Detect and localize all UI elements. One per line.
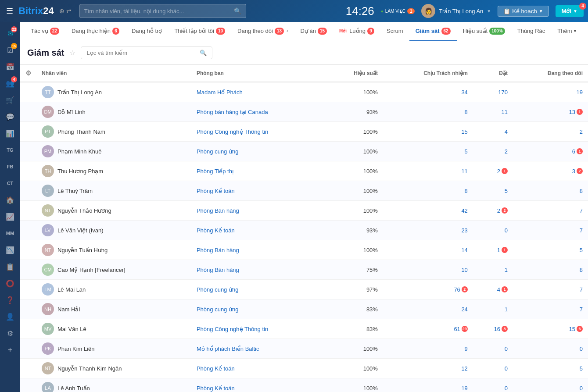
sidebar-item-profile[interactable]: 👤 bbox=[2, 309, 18, 324]
dept-link[interactable]: Phòng bán hàng tại Canada bbox=[197, 109, 268, 115]
sidebar-item-home[interactable]: 🏠 bbox=[2, 192, 18, 208]
table-row[interactable]: NT Nguyễn Thanh Kim Ngân Phòng Kế toán 1… bbox=[20, 359, 588, 378]
tab-support[interactable]: Đang hỗ trợ bbox=[125, 22, 168, 41]
perf-value: 100% bbox=[363, 346, 378, 352]
perf-cell: 83% bbox=[326, 319, 383, 339]
dept-cell[interactable]: Phòng Kế toán bbox=[191, 359, 326, 378]
sidebar-item-settings[interactable]: ⚙ bbox=[2, 325, 18, 341]
dept-link[interactable]: Mỏ hổ phách Biển Baltic bbox=[197, 346, 259, 352]
sidebar-item-fb[interactable]: FB bbox=[2, 159, 18, 175]
tab-scrum[interactable]: Scrum bbox=[380, 22, 409, 41]
new-button[interactable]: Mới 4 ▼ bbox=[556, 5, 584, 17]
table-row[interactable]: NT Nguyễn Tuấn Hưng Phòng Bán hàng 100% … bbox=[20, 240, 588, 260]
dept-cell[interactable]: Phòng cung ứng bbox=[191, 299, 326, 319]
table-row[interactable]: PT Phùng Thanh Nam Phòng Công nghệ Thông… bbox=[20, 122, 588, 142]
hamburger-icon[interactable]: ☰ bbox=[4, 4, 15, 18]
filter-search-bar[interactable]: 🔍 bbox=[81, 46, 212, 59]
dept-cell[interactable]: Phòng Kế toán bbox=[191, 378, 326, 392]
table-row[interactable]: MV Mai Văn Lê Phòng Công nghệ Thông tin … bbox=[20, 319, 588, 339]
dept-cell[interactable]: Phòng Bán hàng bbox=[191, 260, 326, 280]
sidebar-item-messages[interactable]: ✉ 22 bbox=[2, 25, 18, 41]
perf-value: 100% bbox=[363, 247, 378, 253]
tab-stream[interactable]: Mới Luồng 9 bbox=[333, 22, 380, 41]
tab-project[interactable]: Dự án 15 bbox=[294, 22, 333, 41]
resp-value: 42 bbox=[461, 207, 467, 214]
tab-more[interactable]: Thêm ▼ bbox=[551, 22, 583, 41]
table-row[interactable]: LV Lê Văn Việt (Ivan) Phòng Kế toán 93% … bbox=[20, 221, 588, 240]
sidebar-item-tasks[interactable]: ☑ 15 bbox=[2, 42, 18, 58]
tab-setup-by-me[interactable]: Thiết lập bởi tôi 10 bbox=[168, 22, 231, 41]
table-row[interactable]: NT Nguyễn Thảo Hương Phòng Bán hàng 100%… bbox=[20, 201, 588, 221]
table-settings-icon[interactable]: ⚙ bbox=[25, 69, 31, 77]
table-row[interactable]: LT Lê Thuỳ Trâm Phòng Kế toán 100% 8 5 8 bbox=[20, 181, 588, 201]
perf-value: 100% bbox=[363, 365, 378, 372]
table-row[interactable]: LA Lê Anh Tuấn Phòng Kế toán 100% 19 0 0 bbox=[20, 378, 588, 392]
tab-following[interactable]: Đang theo dõi 13 ‹ bbox=[231, 22, 294, 41]
filter-input[interactable] bbox=[86, 50, 196, 56]
plan-button[interactable]: 📋 Kế hoạch ▼ bbox=[498, 6, 549, 17]
dept-link[interactable]: Phòng Công nghệ Thông tin bbox=[197, 326, 268, 332]
dept-cell[interactable]: Mỏ hổ phách Biển Baltic bbox=[191, 339, 326, 359]
favorite-star-icon[interactable]: ☆ bbox=[69, 49, 75, 57]
dept-link[interactable]: Phòng Bán hàng bbox=[197, 207, 239, 214]
dept-link[interactable]: Madam Hổ Phách bbox=[197, 89, 243, 96]
search-bar[interactable]: 🔍 bbox=[79, 4, 246, 18]
tab-in-progress[interactable]: Đang thực hiện 6 bbox=[65, 22, 125, 41]
sidebar-item-add[interactable]: + bbox=[2, 342, 18, 358]
user-section[interactable]: 👩 Trần Thị Long An ▼ bbox=[421, 4, 491, 18]
dept-link[interactable]: Phòng Bán hàng bbox=[197, 247, 239, 253]
dept-link[interactable]: Phòng Kế toán bbox=[197, 385, 235, 392]
table-row[interactable]: TT Trần Thị Long An Madam Hổ Phách 100% … bbox=[20, 82, 588, 102]
sidebar-item-docs[interactable]: 📋 bbox=[2, 259, 18, 274]
dept-cell[interactable]: Phòng Tiếp thị bbox=[191, 161, 326, 181]
sidebar-item-mm[interactable]: MM bbox=[2, 225, 18, 241]
tab-performance[interactable]: Hiệu suất 100% bbox=[457, 22, 511, 41]
sidebar-item-tg[interactable]: TG bbox=[2, 142, 18, 158]
page-title: Giám sát bbox=[27, 48, 64, 58]
dept-link[interactable]: Phòng Tiếp thị bbox=[197, 168, 234, 175]
dept-cell[interactable]: Phòng Công nghệ Thông tin bbox=[191, 319, 326, 339]
dept-cell[interactable]: Madam Hổ Phách bbox=[191, 82, 326, 102]
sidebar-item-contacts[interactable]: 👥 4 bbox=[2, 75, 18, 91]
sidebar-item-ct[interactable]: CT bbox=[2, 175, 18, 191]
dept-cell[interactable]: Phòng Bán hàng bbox=[191, 201, 326, 221]
dept-cell[interactable]: Phòng cung ứng bbox=[191, 142, 326, 161]
sidebar-item-shop[interactable]: 🛒 bbox=[2, 92, 18, 108]
dept-cell[interactable]: Phòng Công nghệ Thông tin bbox=[191, 122, 326, 142]
table-row[interactable]: CM Cao Mỹ Hạnh [Freelancer] Phòng Bán hà… bbox=[20, 260, 588, 280]
dept-cell[interactable]: Phòng Bán hàng bbox=[191, 240, 326, 260]
dept-cell[interactable]: Phòng bán hàng tại Canada bbox=[191, 102, 326, 122]
table-row[interactable]: PK Phan Kim Liên Mỏ hổ phách Biển Baltic… bbox=[20, 339, 588, 359]
settings-cell bbox=[20, 280, 36, 299]
settings-cell bbox=[20, 181, 36, 201]
tab-monitor[interactable]: Giám sát 62 bbox=[409, 22, 457, 41]
dept-link[interactable]: Phòng Công nghệ Thông tin bbox=[197, 128, 268, 135]
dept-link[interactable]: Phòng Bán hàng bbox=[197, 267, 239, 273]
tab-trash[interactable]: Thùng Rác bbox=[511, 22, 552, 41]
sidebar-item-calendar[interactable]: 📅 bbox=[2, 59, 18, 75]
table-row[interactable]: LM Lê Mai Lan Phòng cung ứng 97% 76 2 4 … bbox=[20, 280, 588, 299]
dept-link[interactable]: Phòng cung ứng bbox=[197, 148, 238, 155]
sidebar-item-reports[interactable]: 📊 bbox=[2, 125, 18, 141]
sidebar-item-analytics[interactable]: 📈 bbox=[2, 209, 18, 225]
perf-cell: 97% bbox=[326, 280, 383, 299]
table-row[interactable]: NH Nam Hải Phòng cung ứng 83% 24 1 7 bbox=[20, 299, 588, 319]
sidebar-item-circle[interactable]: ⭕ bbox=[2, 275, 18, 291]
table-row[interactable]: TH Thu Hương Phạm Phòng Tiếp thị 100% 11… bbox=[20, 161, 588, 181]
search-icon: 🔍 bbox=[234, 7, 241, 14]
sidebar-item-help[interactable]: ❓ bbox=[2, 292, 18, 308]
tab-tasks[interactable]: Tác vụ 22 bbox=[25, 22, 65, 41]
dept-cell[interactable]: Phòng Kế toán bbox=[191, 221, 326, 240]
dept-link[interactable]: Phòng Kế toán bbox=[197, 227, 235, 234]
dept-cell[interactable]: Phòng Kế toán bbox=[191, 181, 326, 201]
sidebar-item-chart[interactable]: 📉 bbox=[2, 242, 18, 258]
sidebar-item-chat[interactable]: 💬 bbox=[2, 109, 18, 125]
table-row[interactable]: ĐM Đỗ Mĩ Linh Phòng bán hàng tại Canada … bbox=[20, 102, 588, 122]
search-input[interactable] bbox=[84, 8, 234, 14]
table-row[interactable]: PM Phạm Minh Khuê Phòng cung ứng 100% 5 … bbox=[20, 142, 588, 161]
dept-link[interactable]: Phòng cung ứng bbox=[197, 286, 238, 293]
dept-link[interactable]: Phòng Kế toán bbox=[197, 188, 235, 194]
dept-link[interactable]: Phòng Kế toán bbox=[197, 365, 235, 372]
dept-link[interactable]: Phòng cung ứng bbox=[197, 306, 238, 313]
dept-cell[interactable]: Phòng cung ứng bbox=[191, 280, 326, 299]
